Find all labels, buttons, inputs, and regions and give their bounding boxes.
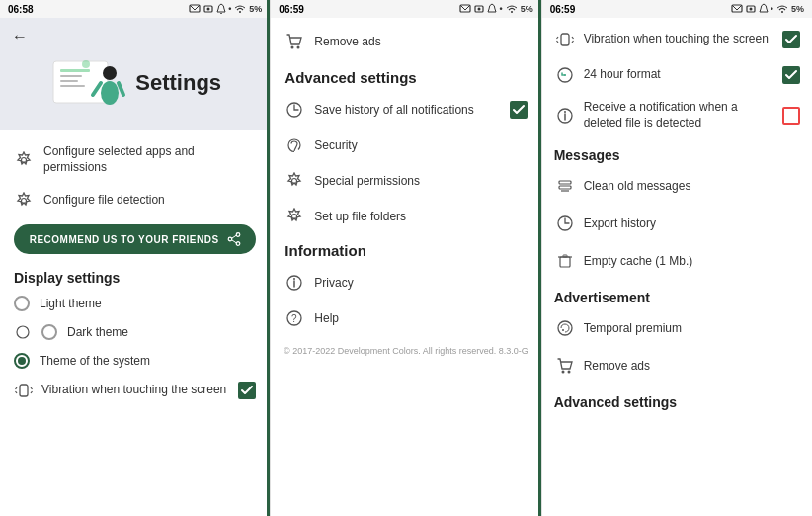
export-history-label: Export history bbox=[584, 216, 656, 230]
vibration-item-p1[interactable]: Vibration when touching the screen bbox=[0, 375, 270, 406]
folder-icon bbox=[284, 207, 304, 226]
notification-checkbox[interactable] bbox=[782, 107, 800, 125]
p1-content: Configure selected apps and permissions … bbox=[0, 130, 270, 516]
temporal-premium-item[interactable]: Temporal premium bbox=[542, 309, 812, 347]
battery-1: 5% bbox=[249, 4, 262, 14]
vibration-checkbox-p3[interactable] bbox=[782, 31, 800, 48]
vibration-icon-p1 bbox=[14, 381, 34, 400]
clock-icon bbox=[284, 100, 304, 120]
hero-area: Settings bbox=[12, 49, 258, 117]
wifi-icon-2 bbox=[505, 4, 519, 14]
premium-icon bbox=[554, 317, 576, 339]
svg-point-63 bbox=[567, 371, 570, 374]
svg-point-10 bbox=[103, 66, 117, 80]
svg-rect-59 bbox=[563, 255, 567, 257]
footer-text: © 2017-2022 Development Colors. All righ… bbox=[271, 336, 540, 366]
settings-title: Settings bbox=[135, 70, 221, 96]
svg-line-47 bbox=[572, 41, 574, 43]
empty-cache-item[interactable]: Empty cache (1 Mb.) bbox=[542, 242, 812, 280]
svg-rect-57 bbox=[560, 257, 570, 267]
dot-sep-3: • bbox=[771, 4, 773, 14]
file-folders-item[interactable]: Set up file folders bbox=[271, 199, 540, 234]
time-3: 06:59 bbox=[550, 4, 576, 15]
configure-file-item[interactable]: Configure file detection bbox=[0, 183, 270, 218]
share-icon bbox=[227, 232, 241, 246]
display-settings-title: Display settings bbox=[0, 260, 270, 290]
back-button[interactable]: ← bbox=[12, 28, 28, 45]
advertisement-title: Advertisement bbox=[542, 280, 812, 309]
check-icon-24 bbox=[785, 69, 797, 81]
vibration-checkbox-p1[interactable] bbox=[238, 382, 256, 399]
temporal-premium-label: Temporal premium bbox=[584, 321, 682, 335]
save-history-item[interactable]: Save history of all notifications bbox=[271, 92, 540, 128]
panel-3: 06:59 • 5% Vibration when touching the s… bbox=[542, 0, 812, 516]
recommend-button[interactable]: RECOMMEND US TO YOUR FRIENDS bbox=[14, 224, 256, 254]
remove-ads-item-p3[interactable]: Remove ads bbox=[542, 347, 812, 385]
notification-toggle[interactable]: Receive a notification when a deleted fi… bbox=[542, 93, 812, 137]
bell-icon-2 bbox=[487, 3, 497, 15]
svg-rect-53 bbox=[559, 181, 571, 184]
svg-point-21 bbox=[17, 326, 29, 338]
vibration-label-p3: Vibration when touching the screen bbox=[584, 32, 774, 47]
light-theme-item[interactable]: Light theme bbox=[0, 290, 270, 317]
svg-point-6 bbox=[82, 60, 90, 68]
help-item[interactable]: ? Help bbox=[271, 301, 540, 336]
svg-rect-54 bbox=[559, 186, 571, 189]
svg-line-44 bbox=[556, 37, 558, 39]
system-theme-item[interactable]: Theme of the system bbox=[0, 347, 270, 375]
svg-line-20 bbox=[231, 240, 236, 243]
recommend-label: RECOMMEND US TO YOUR FRIENDS bbox=[30, 234, 219, 245]
message-icon-3 bbox=[731, 3, 743, 15]
p1-header: ← Settings bbox=[0, 18, 270, 130]
vibration-toggle-p3[interactable]: Vibration when touching the screen bbox=[542, 22, 812, 57]
fingerprint-icon bbox=[284, 135, 304, 155]
message-icon-2 bbox=[459, 3, 471, 15]
info-icon bbox=[284, 273, 304, 293]
security-label: Security bbox=[314, 138, 527, 152]
info-title: Information bbox=[271, 234, 540, 265]
advanced-title-p3: Advanced settings bbox=[542, 385, 812, 414]
status-icons-3: • 5% bbox=[731, 3, 804, 15]
security-item[interactable]: Security bbox=[271, 128, 540, 163]
check-icon-v bbox=[785, 34, 797, 45]
battery-3: 5% bbox=[791, 4, 804, 14]
save-history-checkbox[interactable] bbox=[510, 101, 528, 119]
svg-point-49 bbox=[564, 74, 566, 76]
time-2: 06:59 bbox=[279, 4, 304, 15]
camera-icon-3 bbox=[745, 3, 757, 15]
privacy-item[interactable]: Privacy bbox=[271, 265, 540, 301]
svg-line-46 bbox=[572, 37, 574, 39]
export-history-item[interactable]: Export history bbox=[542, 205, 812, 242]
system-theme-radio[interactable] bbox=[14, 353, 30, 369]
svg-point-2 bbox=[207, 8, 210, 11]
light-theme-radio[interactable] bbox=[14, 296, 30, 311]
status-bar-3: 06:59 • 5% bbox=[542, 0, 812, 18]
svg-point-17 bbox=[236, 242, 240, 246]
svg-point-42 bbox=[749, 8, 752, 11]
clean-messages-item[interactable]: Clean old messages bbox=[542, 167, 812, 205]
svg-point-52 bbox=[564, 111, 566, 113]
svg-line-45 bbox=[556, 41, 558, 43]
settings-illustration bbox=[48, 53, 127, 118]
24hour-label: 24 hour format bbox=[584, 67, 774, 83]
camera-icon bbox=[203, 3, 214, 15]
dark-theme-label: Dark theme bbox=[67, 325, 128, 339]
panel-2: 06:59 • 5% Remove ads Advanced settings … bbox=[271, 0, 541, 516]
privacy-label: Privacy bbox=[314, 276, 527, 290]
svg-rect-7 bbox=[60, 75, 82, 77]
dot-sep-2: • bbox=[499, 4, 502, 14]
special-permissions-item[interactable]: Special permissions bbox=[271, 163, 540, 199]
svg-rect-9 bbox=[60, 85, 85, 87]
24hour-toggle[interactable]: 24 hour format bbox=[542, 57, 812, 93]
configure-apps-item[interactable]: Configure selected apps and permissions bbox=[0, 136, 270, 183]
remove-ads-item[interactable]: Remove ads bbox=[271, 22, 540, 61]
svg-line-13 bbox=[119, 83, 123, 95]
24hour-checkbox[interactable] bbox=[782, 66, 800, 84]
help-icon: ? bbox=[284, 308, 304, 328]
svg-point-61 bbox=[562, 329, 564, 331]
light-theme-label: Light theme bbox=[40, 297, 102, 310]
svg-point-62 bbox=[561, 371, 564, 374]
dark-theme-radio[interactable] bbox=[41, 324, 57, 340]
svg-point-30 bbox=[291, 46, 294, 49]
dark-theme-item[interactable]: Dark theme bbox=[0, 317, 270, 347]
